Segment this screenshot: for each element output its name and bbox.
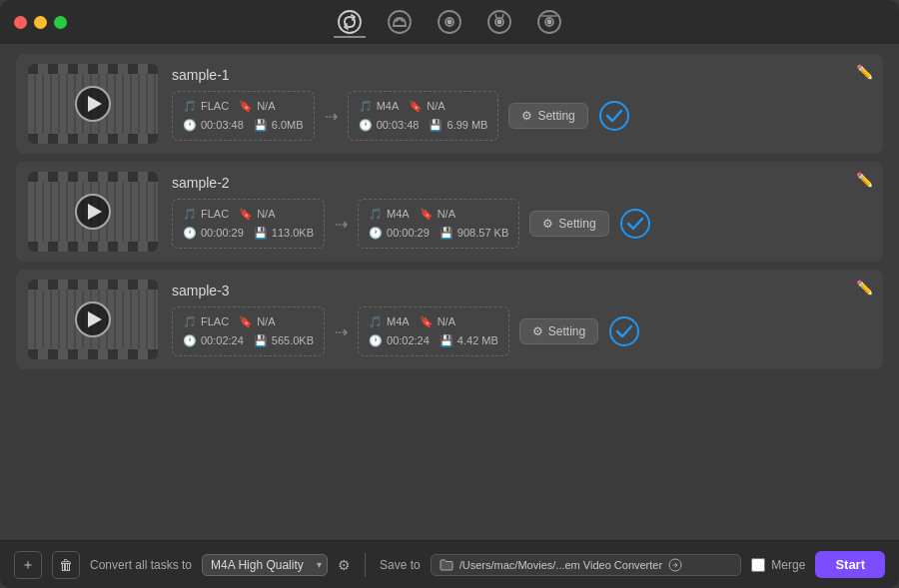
svg-line-9	[495, 14, 496, 18]
delete-button[interactable]: 🗑	[52, 551, 80, 579]
source-size-text: 113.0KB	[272, 224, 314, 243]
source-box: 🎵 FLAC 🔖 N/A 🕐 00:00:29	[172, 199, 325, 248]
play-button[interactable]	[75, 301, 111, 337]
setting-button[interactable]: ⚙ Setting	[519, 318, 598, 344]
save-path-text: /Users/mac/Movies/...em Video Converter	[459, 559, 662, 571]
item-info: sample-3 🎵 FLAC 🔖 N/A	[172, 283, 871, 355]
bottombar: ＋ 🗑 Convert all tasks to M4A High Qualit…	[0, 540, 899, 588]
output-extra-text: N/A	[427, 97, 445, 116]
source-format-text: FLAC	[201, 312, 229, 331]
save-to-path[interactable]: /Users/mac/Movies/...em Video Converter	[431, 554, 742, 576]
file-out-icon: 🎵	[369, 205, 383, 224]
source-size: 💾 113.0KB	[254, 224, 314, 243]
tag-icon: 🔖	[239, 312, 253, 331]
source-duration: 🕐 00:02:24	[183, 331, 244, 350]
nav-disc1[interactable]	[434, 6, 465, 38]
output-size: 💾 908.57 KB	[440, 224, 508, 243]
clock-icon: 🕐	[183, 224, 197, 243]
settings-gear-icon[interactable]: ⚙	[338, 557, 351, 573]
output-extra: 🔖 N/A	[420, 205, 455, 224]
edit-icon[interactable]: ✏️	[856, 172, 873, 188]
merge-row: Merge	[751, 558, 805, 572]
svg-point-15	[621, 210, 649, 238]
start-button[interactable]: Start	[815, 551, 885, 578]
source-duration-text: 00:02:24	[201, 331, 244, 350]
setting-button[interactable]: ⚙ Setting	[508, 103, 587, 129]
clock-out-icon: 🕐	[369, 331, 383, 350]
output-duration: 🕐 00:00:29	[369, 224, 430, 243]
clock-out-icon: 🕐	[359, 116, 373, 135]
convert-preset-select[interactable]: M4A High Quality MP3 High Quality AAC Hi…	[202, 554, 328, 576]
minimize-button[interactable]	[34, 16, 47, 29]
clock-icon: 🕐	[183, 331, 197, 350]
svg-point-14	[600, 102, 628, 130]
check-icon[interactable]	[598, 100, 630, 132]
edit-icon[interactable]: ✏️	[856, 64, 873, 80]
maximize-button[interactable]	[54, 16, 67, 29]
nav-convert[interactable]	[334, 6, 366, 38]
svg-point-16	[610, 317, 638, 345]
output-format: 🎵 M4A	[369, 312, 410, 331]
gear-icon: ⚙	[521, 109, 532, 123]
gear-icon: ⚙	[532, 324, 543, 338]
tag-out-icon: 🔖	[409, 97, 423, 116]
gear-icon: ⚙	[542, 217, 553, 231]
tag-out-icon: 🔖	[420, 312, 434, 331]
source-duration: 🕐 00:00:29	[183, 224, 244, 243]
output-size-text: 908.57 KB	[457, 224, 508, 243]
source-box: 🎵 FLAC 🔖 N/A 🕐 00:02:24	[172, 306, 325, 355]
output-duration-text: 00:02:24	[387, 331, 430, 350]
item-info: sample-1 🎵 FLAC 🔖 N/A	[172, 67, 871, 140]
output-format-text: M4A	[387, 312, 410, 331]
play-button[interactable]	[75, 86, 111, 122]
convert-preset-wrapper[interactable]: M4A High Quality MP3 High Quality AAC Hi…	[202, 554, 328, 576]
item-convert-row: 🎵 FLAC 🔖 N/A 🕐 00:02:24	[172, 306, 871, 355]
size-icon: 💾	[254, 331, 268, 350]
file-icon: 🎵	[183, 312, 197, 331]
item-row-right: ⚙ Setting	[519, 315, 640, 347]
source-size: 💾 6.0MB	[254, 116, 304, 135]
output-size-text: 6.99 MB	[447, 116, 487, 135]
item-card: sample-3 🎵 FLAC 🔖 N/A	[16, 270, 883, 369]
edit-icon[interactable]: ✏️	[856, 280, 873, 295]
nav-disc2[interactable]	[483, 6, 515, 38]
output-extra-text: N/A	[438, 312, 455, 331]
file-icon: 🎵	[183, 97, 197, 116]
source-extra: 🔖 N/A	[239, 205, 275, 224]
check-icon[interactable]	[619, 208, 651, 240]
thumbnail-sample-1[interactable]	[28, 64, 158, 144]
source-extra: 🔖 N/A	[239, 97, 275, 116]
merge-checkbox[interactable]	[751, 558, 765, 572]
svg-point-13	[548, 21, 551, 24]
svg-line-10	[502, 14, 503, 18]
size-out-icon: 💾	[440, 331, 453, 350]
output-size-text: 4.42 MB	[457, 331, 498, 350]
thumbnail-sample-2[interactable]	[28, 172, 158, 252]
tag-icon: 🔖	[239, 97, 253, 116]
close-button[interactable]	[14, 16, 27, 29]
source-extra-text: N/A	[257, 97, 275, 116]
source-size-text: 6.0MB	[272, 116, 304, 135]
setting-button[interactable]: ⚙ Setting	[529, 211, 608, 237]
nav-disc3[interactable]	[533, 6, 565, 38]
size-icon: 💾	[254, 116, 268, 135]
item-convert-row: 🎵 FLAC 🔖 N/A 🕐 00:00:29	[172, 199, 871, 248]
thumbnail-strip	[28, 349, 158, 359]
convert-arrow-icon: ⇢	[335, 215, 348, 234]
convert-arrow-icon: ⇢	[335, 322, 348, 341]
item-title: sample-1	[172, 67, 871, 83]
thumbnail-sample-3[interactable]	[28, 280, 158, 359]
output-size: 💾 6.99 MB	[429, 116, 487, 135]
save-to-label: Save to	[380, 558, 421, 572]
add-button[interactable]: ＋	[14, 551, 42, 579]
output-format-text: M4A	[377, 97, 400, 116]
play-button[interactable]	[75, 194, 111, 230]
nav-edit[interactable]	[384, 6, 416, 38]
output-format: 🎵 M4A	[359, 97, 400, 116]
check-icon[interactable]	[608, 315, 640, 347]
source-format-text: FLAC	[201, 97, 229, 116]
source-size-text: 565.0KB	[272, 331, 314, 350]
item-title: sample-3	[172, 283, 871, 298]
source-format-text: FLAC	[201, 205, 229, 224]
output-box: 🎵 M4A 🔖 N/A 🕐 00:02:24	[358, 306, 509, 355]
